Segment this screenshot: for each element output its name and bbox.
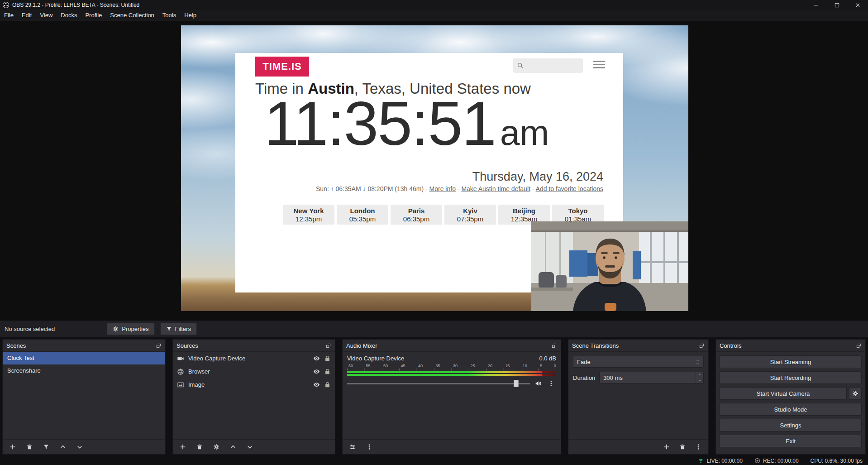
more-info-link: More info <box>429 185 456 192</box>
scale-label: -55 <box>364 364 370 368</box>
remove-transition-button[interactable] <box>677 442 687 452</box>
scale-label: -25 <box>469 364 475 368</box>
live-status: LIVE: 00:00:00 <box>698 458 742 464</box>
source-label: Video Capture Device <box>188 355 245 362</box>
close-button[interactable] <box>847 0 868 10</box>
source-move-up-button[interactable] <box>228 442 238 452</box>
properties-button[interactable]: Properties <box>107 323 154 335</box>
window-controls <box>806 0 868 10</box>
add-scene-button[interactable] <box>8 442 18 452</box>
exit-button[interactable]: Exit <box>720 435 862 447</box>
timeis-logo: TIME.IS <box>255 57 309 77</box>
menu-scene-collection[interactable]: Scene Collection <box>106 10 158 21</box>
properties-label: Properties <box>122 326 148 332</box>
visibility-eye-icon[interactable] <box>313 368 320 375</box>
menu-file[interactable]: File <box>0 10 18 21</box>
speaker-icon[interactable] <box>534 380 542 387</box>
lock-icon[interactable] <box>324 355 331 362</box>
city-time: 06:35pm <box>391 215 442 223</box>
popout-icon[interactable] <box>699 343 705 349</box>
remove-source-button[interactable] <box>195 442 205 452</box>
sources-dock-title: Sources <box>176 342 198 349</box>
sun-info-line: Sun: ↑ 06:35AM ↓ 08:20PM (13h 46m) - Mor… <box>316 185 603 192</box>
scene-move-up-button[interactable] <box>58 442 68 452</box>
program-preview[interactable]: TIME.IS Time in Austin, Texas, United St… <box>181 25 688 311</box>
source-toolbar: No source selected Properties Filters <box>0 320 868 337</box>
mixer-channel-name: Video Capture Device <box>347 355 404 362</box>
scale-label: 0 <box>554 364 556 368</box>
sun-separator: - <box>530 185 536 192</box>
mixer-menu-kebab-button[interactable] <box>364 442 374 452</box>
transitions-dock-title: Scene Transitions <box>572 342 619 349</box>
scenes-dock: Scenes Clock Test Screenshare <box>2 339 166 455</box>
settings-button[interactable]: Settings <box>720 419 862 431</box>
menu-edit[interactable]: Edit <box>18 10 36 21</box>
search-icon <box>517 62 524 69</box>
popout-icon[interactable] <box>551 343 557 349</box>
popout-icon[interactable] <box>325 343 331 349</box>
menu-help[interactable]: Help <box>180 10 200 21</box>
minimize-button[interactable] <box>806 0 826 10</box>
menu-docks[interactable]: Docks <box>57 10 81 21</box>
duration-up-button[interactable] <box>696 372 703 378</box>
mixer-options-kebab-button[interactable] <box>546 379 556 388</box>
volume-slider-handle[interactable] <box>514 380 519 387</box>
add-transition-button[interactable] <box>662 442 672 452</box>
start-recording-button[interactable]: Start Recording <box>720 371 862 384</box>
advanced-audio-button[interactable] <box>348 442 358 452</box>
virtual-camera-settings-button[interactable] <box>849 387 862 400</box>
start-streaming-button[interactable]: Start Streaming <box>720 355 862 368</box>
lock-icon[interactable] <box>324 368 331 375</box>
volume-slider[interactable] <box>347 379 530 388</box>
scenes-toolbar <box>3 439 165 454</box>
preview-area: TIME.IS Time in Austin, Texas, United St… <box>0 21 868 320</box>
source-row-browser[interactable]: Browser <box>173 365 335 378</box>
scene-item-screenshare[interactable]: Screenshare <box>3 364 165 377</box>
combo-arrows-icon <box>696 359 700 365</box>
scenes-dock-title: Scenes <box>6 342 26 349</box>
duration-down-button[interactable] <box>696 378 703 383</box>
sources-dock: Sources Video Capture Device Browser <box>172 339 335 455</box>
sun-separator: - <box>424 185 429 192</box>
popout-icon[interactable] <box>856 343 862 349</box>
clock-time: 11:35:51 <box>264 92 496 154</box>
filters-button[interactable]: Filters <box>160 323 197 335</box>
menu-tools[interactable]: Tools <box>158 10 180 21</box>
city-time: 07:35pm <box>444 215 496 223</box>
remove-scene-button[interactable] <box>24 442 34 452</box>
minimize-icon <box>814 3 819 8</box>
visibility-eye-icon[interactable] <box>313 381 320 388</box>
source-properties-button[interactable] <box>211 442 221 452</box>
source-row-video-capture-device[interactable]: Video Capture Device <box>173 352 335 365</box>
transition-select[interactable]: Fade <box>573 356 704 368</box>
duration-spinbox[interactable]: 300 ms <box>599 372 704 384</box>
add-source-button[interactable] <box>178 442 188 452</box>
live-time: LIVE: 00:00:00 <box>706 458 742 464</box>
obs-window: OBS 29.1.2 - Profile: LLHLS BETA - Scene… <box>0 0 868 465</box>
chevron-down-icon <box>76 444 83 450</box>
scale-label: -15 <box>504 364 510 368</box>
scene-move-down-button[interactable] <box>75 442 85 452</box>
source-row-image[interactable]: Image <box>173 378 335 391</box>
popout-icon[interactable] <box>156 343 162 349</box>
sources-toolbar <box>173 439 335 454</box>
meter-scale: -60 -55 -50 -45 -40 -35 -30 -25 -20 -15 … <box>347 364 556 368</box>
menu-view[interactable]: View <box>36 10 57 21</box>
transition-properties-kebab-button[interactable] <box>693 442 703 452</box>
gear-icon <box>113 326 119 332</box>
scene-filters-button[interactable] <box>41 442 51 452</box>
start-virtual-camera-button[interactable]: Start Virtual Camera <box>720 387 847 400</box>
visibility-eye-icon[interactable] <box>313 355 320 362</box>
plus-icon <box>180 444 186 450</box>
menu-profile[interactable]: Profile <box>81 10 106 21</box>
video-camera-icon <box>177 355 184 362</box>
plus-icon <box>10 444 16 450</box>
scale-label: -5 <box>539 364 542 368</box>
mixer-toolbar <box>343 439 561 454</box>
scene-item-clock-test[interactable]: Clock Test <box>3 352 165 364</box>
lock-icon[interactable] <box>324 381 331 388</box>
mixer-db-value: 0.0 dB <box>539 355 556 362</box>
source-move-down-button[interactable] <box>245 442 255 452</box>
maximize-button[interactable] <box>826 0 847 10</box>
studio-mode-button[interactable]: Studio Mode <box>720 403 862 416</box>
